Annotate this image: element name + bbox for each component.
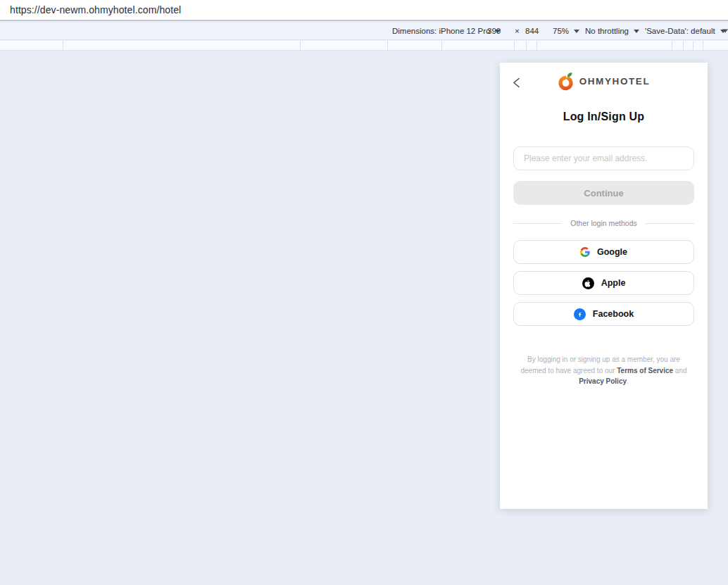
- terms-text: .: [627, 377, 629, 385]
- ruler-divider: [300, 41, 301, 50]
- google-login-button[interactable]: Google: [513, 240, 694, 264]
- device-selector-label: Dimensions: iPhone 12 Pro: [392, 27, 490, 35]
- save-data-value: 'Save-Data': default: [645, 27, 715, 35]
- facebook-icon: [574, 308, 586, 320]
- chevron-down-icon: [722, 30, 728, 33]
- ruler-divider: [441, 41, 442, 50]
- email-input[interactable]: [513, 146, 694, 170]
- apple-icon: [582, 277, 594, 289]
- more-options-dropdown[interactable]: [722, 30, 728, 33]
- zoom-dropdown[interactable]: 75%: [553, 27, 579, 35]
- terms-of-service-link[interactable]: Terms of Service: [617, 367, 673, 375]
- facebook-login-label: Facebook: [593, 309, 634, 319]
- url-text: https://dev-newm.ohmyhotel.com/hotel: [10, 4, 181, 15]
- brand-logo: OHMYHOTEL: [500, 71, 708, 91]
- apple-login-button[interactable]: Apple: [513, 271, 694, 295]
- divider-label: Other login methods: [562, 219, 646, 227]
- orange-fruit-logo-icon: [558, 72, 575, 91]
- save-data-dropdown[interactable]: 'Save-Data': default: [645, 27, 726, 35]
- ruler-divider: [526, 41, 527, 50]
- divider-line: [513, 223, 562, 224]
- mobile-login-screen: OHMYHOTEL Log In/Sign Up Continue Other …: [500, 63, 708, 509]
- ruler-divider: [703, 41, 703, 50]
- viewport-width-value: 390: [487, 27, 501, 35]
- google-icon: [580, 247, 590, 257]
- chevron-down-icon: [574, 30, 579, 33]
- ruler-divider: [536, 41, 537, 50]
- page-title: Log In/Sign Up: [500, 111, 708, 123]
- dimensions-times-symbol: ×: [515, 27, 520, 35]
- viewport-height-field[interactable]: 844: [525, 27, 539, 35]
- divider-line: [646, 223, 694, 224]
- throttling-value: No throttling: [585, 27, 629, 35]
- ruler-divider: [693, 41, 694, 50]
- privacy-policy-link[interactable]: Privacy Policy: [579, 377, 627, 385]
- viewport-height-value: 844: [525, 27, 539, 35]
- leaf-icon: [567, 73, 572, 77]
- throttling-dropdown[interactable]: No throttling: [585, 27, 639, 35]
- devtools-viewport-backdrop: OHMYHOTEL Log In/Sign Up Continue Other …: [0, 51, 728, 585]
- terms-notice: By logging in or signing up as a member,…: [515, 354, 692, 387]
- devtools-device-toolbar: Dimensions: iPhone 12 Pro 390 × 844 75% …: [0, 23, 728, 40]
- brand-name: OHMYHOTEL: [579, 76, 651, 87]
- google-login-label: Google: [597, 247, 627, 257]
- chevron-down-icon: [634, 30, 639, 33]
- viewport-width-field[interactable]: 390: [487, 27, 501, 35]
- apple-login-label: Apple: [601, 278, 626, 288]
- ruler-divider: [63, 41, 63, 50]
- times-glyph: ×: [515, 27, 520, 35]
- address-bar[interactable]: https://dev-newm.ohmyhotel.com/hotel: [0, 0, 728, 21]
- ruler-divider: [387, 41, 388, 50]
- ruler-divider: [672, 41, 672, 50]
- device-selector-dropdown[interactable]: Dimensions: iPhone 12 Pro: [392, 27, 501, 35]
- zoom-value: 75%: [553, 27, 569, 35]
- ruler-divider: [683, 41, 684, 50]
- continue-button[interactable]: Continue: [513, 181, 694, 205]
- social-login-list: Google Apple Facebook: [513, 240, 694, 326]
- other-login-divider: Other login methods: [513, 218, 694, 228]
- ruler-divider: [514, 41, 515, 50]
- devtools-ruler-strip: [0, 41, 728, 51]
- facebook-login-button[interactable]: Facebook: [513, 302, 694, 326]
- terms-text: and: [673, 367, 686, 375]
